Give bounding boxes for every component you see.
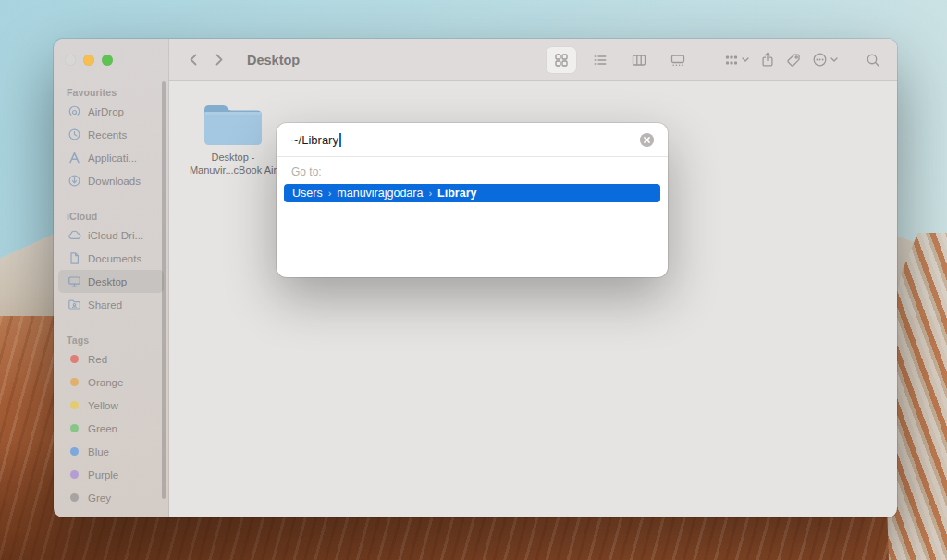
list-view-button[interactable] [585,47,615,73]
goto-label: Go to: [277,157,668,184]
sidebar-item-label: iCloud Dri... [88,230,143,241]
traffic-lights [65,55,113,66]
sidebar-item-tag-blue[interactable]: Blue [58,440,164,463]
sidebar-item-label: All Tags [88,516,125,518]
sidebar-item-desktop[interactable]: Desktop [58,270,164,293]
sidebar-item-tag-yellow[interactable]: Yellow [58,394,164,417]
sidebar-item-label: Yellow [88,400,118,411]
sidebar-item-label: Applicati... [88,152,137,164]
sidebar-item-downloads[interactable]: Downloads [58,169,164,192]
path-input-value: ~/Library [291,133,338,147]
folder-label: Desktop - Manuvir...cBook Air [182,152,284,177]
all-tags-icon [70,517,79,517]
sidebar-item-label: Recents [88,129,127,140]
path-part: manuvirajgodara [337,187,423,200]
go-to-folder-dialog: ~/Library Go to: Users › manuvirajgodara… [277,123,668,277]
applications-icon [67,151,81,164]
sidebar-item-shared[interactable]: Shared [58,293,164,316]
sidebar-item-tag-orange[interactable]: Orange [58,371,164,394]
sidebar-item-tag-green[interactable]: Green [58,417,164,440]
text-caret [339,133,341,147]
tag-button[interactable] [786,53,801,67]
sidebar-section-tags: Tags [54,333,168,347]
sidebar-item-label: Green [88,423,117,434]
sidebar-item-label: Shared [88,299,122,310]
desktop-folder[interactable]: Desktop - Manuvir...cBook Air [182,96,284,177]
document-icon [67,251,81,265]
path-suggestion[interactable]: Users › manuvirajgodara › Library [284,184,660,202]
minimize-button[interactable] [83,55,94,66]
shared-folder-icon [67,298,81,311]
sidebar-scrollbar[interactable] [162,81,166,499]
back-button[interactable] [188,53,199,67]
sidebar-section-icloud: iCloud [54,209,168,224]
sidebar-item-label: AirDrop [88,106,124,117]
window-title: Desktop [247,53,300,67]
sidebar-item-label: Red [88,354,107,365]
sidebar: Favourites AirDrop Recents [54,39,169,517]
folder-icon [200,96,266,148]
sidebar-item-all-tags[interactable]: All Tags [58,509,164,517]
tag-red-icon [70,355,79,363]
sidebar-item-label: Grey [88,493,111,504]
airdrop-icon [67,104,81,118]
forward-button[interactable] [214,53,225,67]
clear-button[interactable] [639,132,655,148]
sidebar-item-label: Orange [88,377,123,388]
close-icon [639,132,655,148]
path-target: Library [437,187,476,200]
tag-yellow-icon [70,401,79,409]
tag-purple-icon [70,470,79,479]
more-actions-button[interactable] [812,52,838,67]
sidebar-item-label: Documents [88,253,141,264]
sidebar-item-icloud-drive[interactable]: iCloud Dri... [58,224,164,247]
zoom-button[interactable] [102,55,113,66]
view-switcher [547,47,693,73]
path-input[interactable]: ~/Library [291,133,639,147]
sidebar-item-tag-purple[interactable]: Purple [58,463,164,486]
sidebar-item-label: Purple [88,469,118,481]
path-separator: › [428,188,432,199]
icloud-drive-icon [67,228,81,242]
sidebar-item-applications[interactable]: Applicati... [58,146,164,169]
clock-icon [67,128,81,141]
search-button[interactable] [866,53,880,67]
share-button[interactable] [760,52,775,67]
tag-orange-icon [70,378,79,386]
sidebar-item-documents[interactable]: Documents [58,247,164,270]
downloads-icon [67,174,81,188]
finder-window: Favourites AirDrop Recents [54,39,897,517]
close-button[interactable] [65,55,76,66]
sidebar-item-label: Desktop [88,276,127,287]
chevron-down-icon [830,56,838,63]
sidebar-section-favourites: Favourites [54,85,168,100]
tag-green-icon [70,424,79,432]
icon-view-button[interactable] [547,47,576,73]
toolbar: Desktop [169,39,897,81]
main-area: Desktop [169,39,897,517]
desktop-icon [67,274,81,288]
tag-blue-icon [70,447,79,456]
path-part: Users [292,187,323,200]
sidebar-item-label: Downloads [88,176,141,187]
search-icon [866,53,880,67]
gallery-view-button[interactable] [663,47,693,73]
group-button[interactable] [724,53,749,67]
sidebar-item-label: Blue [88,446,109,457]
sidebar-item-airdrop[interactable]: AirDrop [58,100,164,123]
path-separator: › [328,188,332,199]
column-view-button[interactable] [624,47,654,73]
tag-grey-icon [70,493,79,502]
sidebar-item-tag-grey[interactable]: Grey [58,486,164,509]
chevron-down-icon [742,56,749,63]
sidebar-item-recents[interactable]: Recents [58,123,164,146]
toolbar-actions [724,52,838,67]
sidebar-item-tag-red[interactable]: Red [58,347,164,371]
